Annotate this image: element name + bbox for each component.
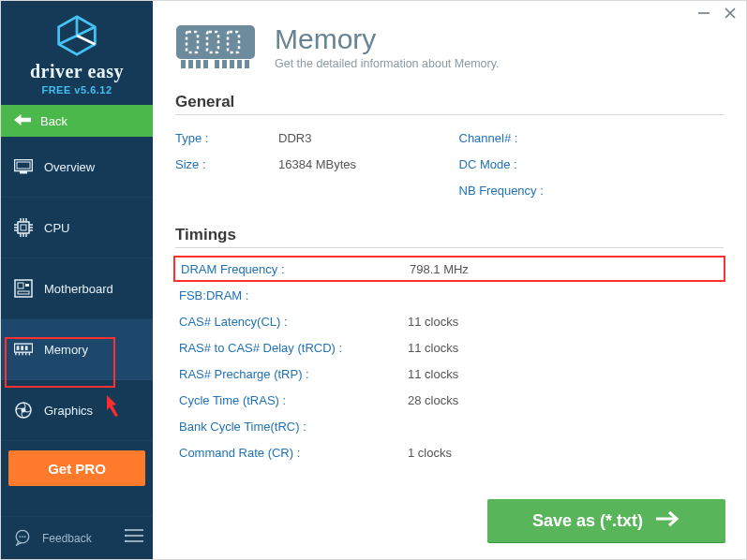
field-label: DRAM Frequency :	[177, 262, 410, 276]
field-label: Cycle Time (tRAS) :	[175, 393, 408, 407]
sidebar-nav: Back Overview CPU Motherboard	[1, 105, 153, 441]
field-value: 11 clocks	[408, 315, 458, 329]
svg-rect-52	[196, 60, 201, 68]
svg-rect-21	[18, 291, 29, 294]
svg-point-35	[22, 536, 23, 538]
page-title: Memory	[275, 23, 499, 55]
sidebar-item-label: Overview	[44, 160, 95, 174]
field-label: Type :	[175, 131, 278, 145]
memory-hero-icon	[175, 24, 256, 69]
window-controls	[697, 7, 737, 22]
timings-row: RAS# Precharge (tRP) : 11 clocks	[175, 361, 724, 387]
general-row: DC Mode :	[459, 151, 725, 177]
app-window: driver easy FREE v5.6.12 Back Overview	[0, 0, 747, 560]
field-value: 16384 MBytes	[278, 157, 356, 171]
sidebar-item-cpu[interactable]: CPU	[1, 198, 153, 258]
sidebar-item-label: Graphics	[44, 404, 93, 418]
graphics-icon	[14, 401, 33, 420]
sidebar: driver easy FREE v5.6.12 Back Overview	[1, 1, 153, 559]
sidebar-item-motherboard[interactable]: Motherboard	[1, 258, 153, 319]
svg-rect-51	[188, 60, 193, 68]
menu-icon[interactable]	[125, 529, 143, 548]
svg-point-41	[125, 534, 127, 537]
timings-list: DRAM Frequency : 798.1 MHz FSB:DRAM : CA…	[175, 256, 724, 465]
timings-row: CAS# Latency(CL) : 11 clocks	[175, 308, 724, 334]
save-as-txt-button[interactable]: Save as (*.txt)	[487, 499, 725, 542]
field-label: FSB:DRAM :	[175, 288, 408, 302]
field-label: DC Mode :	[459, 157, 562, 171]
timings-row: Cycle Time (tRAS) : 28 clocks	[175, 387, 724, 413]
svg-point-42	[125, 539, 127, 541]
timings-row: RAS# to CAS# Delay (tRCD) : 11 clocks	[175, 334, 724, 361]
field-label: RAS# to CAS# Delay (tRCD) :	[175, 341, 408, 355]
feedback-icon[interactable]	[14, 529, 33, 548]
svg-point-40	[125, 529, 127, 531]
back-button[interactable]: Back	[1, 105, 153, 137]
general-row: Type : DDR3	[175, 125, 441, 151]
field-value: DDR3	[278, 131, 311, 145]
svg-rect-54	[215, 60, 219, 68]
svg-rect-46	[176, 25, 255, 59]
field-label: RAS# Precharge (tRP) :	[175, 367, 408, 381]
cpu-icon	[14, 218, 33, 237]
svg-point-34	[19, 536, 21, 538]
field-value: 11 clocks	[408, 367, 458, 381]
svg-point-36	[24, 536, 26, 538]
title-block: Memory Get the detailed information abou…	[275, 23, 499, 70]
get-pro-button[interactable]: Get PRO	[8, 450, 145, 486]
field-label: Bank Cycle Time(tRC) :	[175, 420, 408, 434]
field-value: 798.1 MHz	[410, 262, 469, 276]
section-title-timings: Timings	[175, 226, 724, 248]
brand-name: driver easy	[30, 61, 124, 82]
svg-rect-57	[237, 60, 242, 68]
content-pane: Memory Get the detailed information abou…	[153, 1, 746, 559]
svg-rect-56	[230, 60, 234, 68]
annotation-highlight-sidebar	[5, 337, 115, 388]
timings-row: Command Rate (CR) : 1 clocks	[175, 439, 724, 465]
brand-version: FREE v5.6.12	[41, 84, 112, 96]
sidebar-item-overview[interactable]: Overview	[1, 137, 153, 198]
logo-block: driver easy FREE v5.6.12	[1, 1, 153, 105]
page-subtitle: Get the detailed information about Memor…	[275, 57, 499, 70]
arrow-right-icon	[656, 510, 680, 532]
timings-row: FSB:DRAM :	[175, 282, 724, 308]
svg-rect-58	[245, 60, 249, 68]
section-title-general: General	[175, 93, 724, 115]
field-label: CAS# Latency(CL) :	[175, 315, 408, 329]
back-label: Back	[40, 114, 67, 128]
svg-rect-4	[18, 222, 29, 233]
field-label: Channel# :	[459, 131, 562, 145]
general-col-left: Type : DDR3 Size : 16384 MBytes	[175, 125, 441, 203]
field-value: 11 clocks	[408, 341, 458, 355]
motherboard-icon	[14, 279, 33, 298]
sidebar-item-label: CPU	[44, 221, 69, 235]
field-label: Size :	[175, 157, 278, 171]
general-row: Channel# :	[459, 125, 725, 151]
general-grid: Type : DDR3 Size : 16384 MBytes Channel#…	[175, 125, 724, 203]
sidebar-item-graphics[interactable]: Graphics	[1, 380, 153, 441]
general-col-right: Channel# : DC Mode : NB Frequency :	[459, 125, 725, 203]
overview-icon	[14, 157, 33, 176]
timings-row: Bank Cycle Time(tRC) :	[175, 413, 724, 439]
page-body: General Type : DDR3 Size : 16384 MBytes …	[153, 93, 746, 559]
minimize-button[interactable]	[697, 7, 710, 22]
close-button[interactable]	[724, 7, 737, 22]
sidebar-item-label: Motherboard	[44, 282, 113, 296]
general-row: NB Frequency :	[459, 177, 725, 203]
page-header: Memory Get the detailed information abou…	[153, 1, 746, 93]
annotation-arrow-icon	[103, 391, 129, 421]
field-label: Command Rate (CR) :	[175, 446, 408, 460]
save-button-label: Save as (*.txt)	[532, 511, 643, 531]
svg-rect-2	[17, 162, 30, 169]
field-value: 1 clocks	[408, 446, 452, 460]
svg-rect-5	[21, 225, 26, 230]
svg-rect-3	[20, 171, 27, 174]
svg-rect-20	[25, 284, 29, 287]
svg-rect-50	[181, 60, 186, 68]
general-row: Size : 16384 MBytes	[175, 151, 441, 177]
svg-rect-19	[18, 283, 23, 288]
feedback-label[interactable]: Feedback	[42, 532, 115, 545]
get-pro-label: Get PRO	[48, 461, 106, 477]
field-label: NB Frequency :	[459, 184, 562, 198]
svg-rect-53	[203, 60, 208, 68]
